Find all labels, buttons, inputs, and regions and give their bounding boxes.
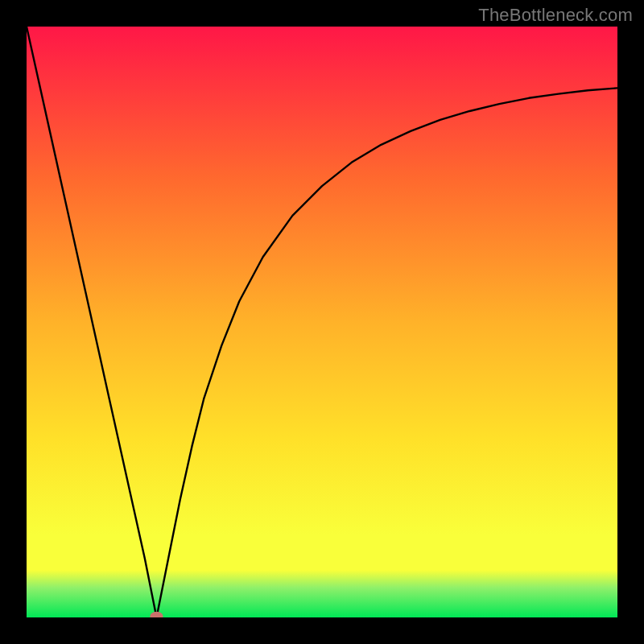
chart-outer-frame: TheBottleneck.com [0,0,644,644]
watermark-text: TheBottleneck.com [478,5,633,26]
gradient-background [27,27,617,617]
chart-svg [27,27,617,617]
chart-plot-area [27,27,617,617]
